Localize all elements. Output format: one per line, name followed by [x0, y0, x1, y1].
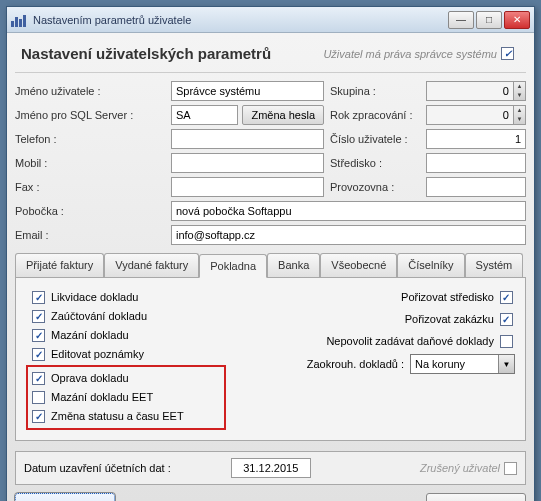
username-label: Jméno uživatele : [15, 85, 165, 97]
chk-porizovat-stredisko[interactable]: ✓ [500, 291, 513, 304]
userno-label: Číslo uživatele : [330, 133, 420, 145]
page-title: Nastavení uživatelských parametrů [21, 45, 323, 62]
fax-input[interactable] [171, 177, 324, 197]
maximize-button[interactable]: □ [476, 11, 502, 29]
email-label: Email : [15, 229, 165, 241]
lbl-porizovat-zakazku: Pořizovat zakázku [405, 313, 494, 325]
titlebar[interactable]: Nastavením parametrů uživatele — □ ✕ [7, 7, 534, 33]
lbl-zmena-status: Změna statusu a času EET [51, 410, 184, 422]
chk-nepovolit-danove[interactable] [500, 335, 513, 348]
year-spinner[interactable]: ▲▼ [514, 105, 526, 125]
round-select-value: Na koruny [415, 358, 465, 370]
lbl-editovat: Editovat poznámky [51, 348, 144, 360]
admin-rights-label: Uživatel má práva správce systému [323, 48, 497, 60]
establishment-input[interactable] [426, 177, 526, 197]
close-date-input[interactable] [231, 458, 311, 478]
email-input[interactable] [171, 225, 526, 245]
lbl-mazani-eet: Mazání dokladu EET [51, 391, 153, 403]
chk-mazani-eet[interactable] [32, 391, 45, 404]
establishment-label: Provozovna : [330, 181, 420, 193]
tab-pane-cash: ✓Likvidace dokladu ✓Zaúčtování dokladu ✓… [15, 277, 526, 441]
window-title: Nastavením parametrů uživatele [33, 14, 448, 26]
tabs: Přijaté faktury Vydané faktury Pokladna … [15, 253, 526, 441]
ok-button[interactable]: OK ✓ [15, 493, 115, 501]
sqlname-input[interactable] [171, 105, 238, 125]
chk-zmena-status[interactable]: ✓ [32, 410, 45, 423]
chk-editovat[interactable]: ✓ [32, 348, 45, 361]
tab-lists[interactable]: Číselníky [397, 253, 464, 277]
round-select[interactable]: Na koruny ▼ [410, 354, 515, 374]
chevron-down-icon: ▼ [498, 355, 514, 373]
chk-mazani[interactable]: ✓ [32, 329, 45, 342]
chk-likvidace[interactable]: ✓ [32, 291, 45, 304]
tab-general[interactable]: Všeobecné [320, 253, 397, 277]
cancelled-user-label: Zrušený uživatel [420, 462, 500, 474]
phone-label: Telefon : [15, 133, 165, 145]
lbl-mazani: Mazání dokladu [51, 329, 129, 341]
lbl-zaokrouh: Zaokrouh. dokladů : [307, 358, 404, 370]
close-button[interactable]: ✕ [504, 11, 530, 29]
tab-cash-register[interactable]: Pokladna [199, 254, 267, 278]
phone-input[interactable] [171, 129, 324, 149]
user-params-window: Nastavením parametrů uživatele — □ ✕ Nas… [6, 6, 535, 501]
center-input[interactable] [426, 153, 526, 173]
lbl-nepovolit-danove: Nepovolit zadávat daňové doklady [326, 335, 494, 347]
fax-label: Fax : [15, 181, 165, 193]
center-label: Středisko : [330, 157, 420, 169]
tab-received-invoices[interactable]: Přijaté faktury [15, 253, 104, 277]
tab-bank[interactable]: Banka [267, 253, 320, 277]
sqlname-label: Jméno pro SQL Server : [15, 109, 165, 121]
mobile-input[interactable] [171, 153, 324, 173]
lbl-porizovat-stredisko: Pořizovat středisko [401, 291, 494, 303]
chk-oprava[interactable]: ✓ [32, 372, 45, 385]
group-label: Skupina : [330, 85, 420, 97]
chk-zauctovani[interactable]: ✓ [32, 310, 45, 323]
eet-highlight-box: ✓Oprava dokladu Mazání dokladu EET ✓Změn… [26, 365, 226, 430]
tab-issued-invoices[interactable]: Vydané faktury [104, 253, 199, 277]
minimize-button[interactable]: — [448, 11, 474, 29]
group-spinner[interactable]: ▲▼ [514, 81, 526, 101]
admin-rights-checkbox[interactable]: ✓ [501, 47, 514, 60]
app-icon [11, 13, 27, 27]
chk-porizovat-zakazku[interactable]: ✓ [500, 313, 513, 326]
lbl-oprava: Oprava dokladu [51, 372, 129, 384]
userno-input[interactable] [426, 129, 526, 149]
username-input[interactable] [171, 81, 324, 101]
branch-label: Pobočka : [15, 205, 165, 217]
cancelled-user-checkbox[interactable] [504, 462, 517, 475]
close-date-label: Datum uzavření účetních dat : [24, 462, 171, 474]
group-input[interactable] [426, 81, 514, 101]
branch-input[interactable] [171, 201, 526, 221]
year-label: Rok zpracování : [330, 109, 420, 121]
back-button[interactable]: Zpět ⟲ [426, 493, 526, 501]
change-password-button[interactable]: Změna hesla [242, 105, 324, 125]
mobile-label: Mobil : [15, 157, 165, 169]
lbl-zauctovani: Zaúčtování dokladu [51, 310, 147, 322]
tab-system[interactable]: Systém [465, 253, 524, 277]
year-input[interactable] [426, 105, 514, 125]
lbl-likvidace: Likvidace dokladu [51, 291, 138, 303]
